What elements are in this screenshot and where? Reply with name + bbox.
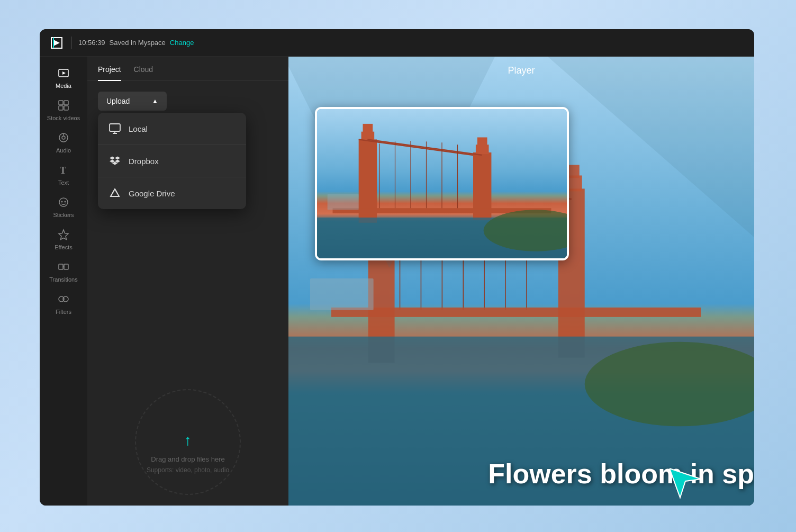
sidebar-item-transitions[interactable]: Transitions — [42, 257, 85, 287]
sidebar-label-text: Text — [58, 179, 69, 186]
player-area: Player — [288, 57, 754, 506]
dropdown-label-local: Local — [129, 124, 148, 133]
svg-rect-61 — [328, 194, 359, 210]
filters-icon — [58, 293, 69, 306]
dropdown-label-dropbox: Dropbox — [129, 157, 159, 166]
text-icon: T — [58, 164, 69, 177]
svg-rect-19 — [110, 124, 120, 131]
save-status: Saved in Myspace — [110, 39, 166, 47]
upload-dropdown: Local Dropbox — [98, 113, 246, 209]
preview-card-inner — [317, 109, 567, 258]
change-link[interactable]: Change — [170, 39, 194, 47]
effects-icon — [58, 229, 69, 242]
audio-icon — [58, 132, 69, 145]
sidebar-item-effects[interactable]: Effects — [42, 224, 85, 255]
title-bar: 10:56:39 Saved in Myspace Change — [40, 29, 754, 57]
sidebar-label-filters: Filters — [56, 309, 71, 315]
svg-rect-14 — [59, 264, 63, 269]
svg-text:T: T — [60, 165, 66, 176]
sidebar-item-filters[interactable]: Filters — [42, 289, 85, 319]
sidebar-label-audio: Audio — [56, 147, 71, 154]
upload-arrow-icon: ↑ — [108, 432, 267, 449]
tab-project[interactable]: Project — [98, 65, 121, 81]
transitions-icon — [58, 261, 69, 274]
preview-bridge-svg — [317, 109, 567, 258]
svg-rect-47 — [363, 124, 373, 133]
sidebar-label-stickers: Stickers — [53, 212, 74, 218]
dropdown-item-local[interactable]: Local — [98, 113, 246, 145]
sidebar-label-effects: Effects — [55, 244, 72, 250]
left-panel: Project Cloud Upload ▲ — [87, 57, 288, 506]
sidebar-item-stock[interactable]: Stock videos — [42, 95, 85, 125]
svg-rect-5 — [59, 106, 63, 110]
tab-cloud[interactable]: Cloud — [134, 65, 153, 81]
gdrive-icon — [108, 187, 121, 200]
upload-label: Upload — [106, 97, 130, 105]
drag-drop-subtext: Supports: video, photo, audio — [108, 466, 267, 474]
svg-point-13 — [65, 201, 66, 203]
sidebar-item-audio[interactable]: Audio — [42, 128, 85, 158]
svg-rect-6 — [64, 106, 68, 110]
drag-drop-area: ↑ Drag and drop files here Supports: vid… — [108, 432, 267, 474]
svg-rect-40 — [310, 278, 374, 310]
svg-point-11 — [59, 198, 68, 206]
dropdown-label-gdrive: Google Drive — [129, 189, 175, 198]
svg-marker-2 — [62, 71, 66, 75]
monitor-icon — [108, 122, 121, 135]
drag-drop-text: Drag and drop files here — [108, 455, 267, 463]
panel-content: Upload ▲ — [87, 81, 288, 506]
content-area: Project Cloud Upload ▲ — [87, 57, 754, 506]
stickers-icon — [58, 196, 69, 210]
upload-button[interactable]: Upload ▲ — [98, 92, 167, 111]
svg-point-8 — [62, 136, 65, 139]
svg-rect-15 — [64, 264, 68, 269]
sidebar-label-stock: Stock videos — [47, 115, 80, 121]
app-logo — [48, 34, 65, 51]
chevron-up-icon: ▲ — [152, 97, 158, 105]
app-window: 10:56:39 Saved in Myspace Change Media S… — [40, 29, 754, 506]
dropbox-icon — [108, 155, 121, 167]
text-overlay: Flowers bloom in sp — [488, 458, 754, 490]
main-layout: Media Stock videos Audio T Text — [40, 57, 754, 506]
svg-rect-50 — [477, 137, 487, 147]
sidebar-label-media: Media — [56, 83, 71, 89]
stock-icon — [58, 100, 69, 113]
svg-rect-38 — [331, 308, 701, 317]
sidebar-item-text[interactable]: T Text — [42, 160, 85, 190]
save-time: 10:56:39 — [78, 39, 105, 47]
dropdown-item-gdrive[interactable]: Google Drive — [98, 177, 246, 209]
svg-rect-4 — [64, 101, 68, 105]
panel-tabs: Project Cloud — [87, 57, 288, 81]
svg-marker-63 — [670, 468, 701, 498]
title-divider — [71, 37, 72, 49]
player-label: Player — [508, 65, 535, 76]
svg-rect-3 — [59, 101, 63, 105]
dropdown-item-dropbox[interactable]: Dropbox — [98, 145, 246, 177]
sidebar-item-stickers[interactable]: Stickers — [42, 192, 85, 222]
preview-card — [315, 107, 569, 260]
cursor-svg — [670, 458, 712, 500]
sidebar-label-transitions: Transitions — [49, 276, 77, 283]
media-icon — [58, 67, 69, 80]
title-info: 10:56:39 Saved in Myspace Change — [78, 39, 194, 47]
sidebar-item-media[interactable]: Media — [42, 63, 85, 93]
sidebar: Media Stock videos Audio T Text — [40, 57, 87, 506]
player-background: Player — [288, 57, 754, 506]
svg-point-12 — [61, 201, 63, 203]
